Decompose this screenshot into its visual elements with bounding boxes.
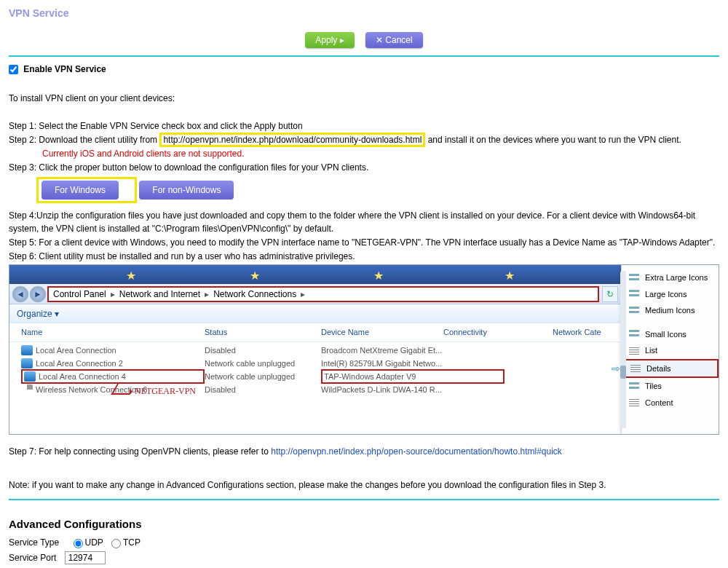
service-type-tcp-radio[interactable] <box>111 539 121 548</box>
table-row[interactable]: Local Area Connection Disabled Broadcom … <box>21 344 719 357</box>
view-details[interactable]: ⇨Details <box>622 359 719 379</box>
network-icon <box>24 371 36 382</box>
explorer-titlebar: ★ ★ ★ ★ <box>9 265 719 284</box>
step6-text: Step 6: Client utility must be installed… <box>9 250 719 263</box>
step4-text: Step 4:Unzip the configuration files you… <box>9 209 719 235</box>
service-type-label: Service Type <box>9 537 59 548</box>
step2-line: Step 2: Download the client utility from… <box>9 133 719 146</box>
view-list[interactable]: List <box>622 342 719 359</box>
enable-vpn-checkbox[interactable] <box>9 65 18 74</box>
nav-forward-button[interactable]: ► <box>30 286 46 302</box>
intro-text: To install VPN client on your client dev… <box>9 92 719 105</box>
service-port-label: Service Port <box>9 553 56 563</box>
divider-top <box>9 55 719 57</box>
apply-button[interactable]: Apply ▸ <box>305 32 354 48</box>
openvpn-download-link[interactable]: http://openvpn.net/index.php/download/co… <box>159 133 425 147</box>
view-menu: Extra Large Icons Large Icons Medium Ico… <box>621 265 719 434</box>
refresh-button[interactable]: ↻ <box>602 286 618 302</box>
netgear-vpn-annotation: NETGEAR-VPN <box>135 384 196 398</box>
service-port-input[interactable] <box>65 551 106 564</box>
view-small[interactable]: Small Icons <box>622 326 719 343</box>
step3-text: Step 3: Click the proper button below to… <box>9 161 719 174</box>
view-extra-large[interactable]: Extra Large Icons <box>622 269 719 286</box>
divider-mid <box>9 499 719 500</box>
advanced-note: Note: if you want to make any change in … <box>9 478 719 492</box>
service-type-udp-radio[interactable] <box>74 539 83 548</box>
step7-line: Step 7: For help connecting using OpenVP… <box>9 445 719 458</box>
for-windows-button[interactable]: For Windows <box>41 181 119 200</box>
check-icon: ⇨ <box>612 361 620 376</box>
cancel-button[interactable]: ✕ Cancel <box>365 32 423 48</box>
view-tiles[interactable]: Tiles <box>622 378 719 395</box>
step5-text: Step 5: For a client device with Windows… <box>9 236 719 249</box>
advanced-heading: Advanced Configurations <box>9 518 719 530</box>
nav-back-button[interactable]: ◄ <box>12 286 28 302</box>
wifi-icon <box>21 384 33 395</box>
breadcrumb[interactable]: Control Panel▸ Network and Internet▸ Net… <box>47 286 599 302</box>
network-icon <box>21 345 33 355</box>
enable-vpn-label: Enable VPN Service <box>23 64 106 74</box>
step1-text: Step 1: Select the Enable VPN Service ch… <box>9 119 719 133</box>
explorer-window: ★ ★ ★ ★ ◄ ► Control Panel▸ Network and I… <box>9 264 719 435</box>
organize-menu[interactable]: Organize ▾ <box>17 307 59 320</box>
column-headers[interactable]: Name Status Device Name Connectivity Net… <box>9 323 719 342</box>
view-content[interactable]: Content <box>622 395 719 411</box>
page-title: VPN Service <box>9 7 719 19</box>
howto-link[interactable]: http://openvpn.net/index.php/open-source… <box>271 446 562 457</box>
view-medium[interactable]: Medium Icons <box>622 302 719 319</box>
network-icon <box>21 358 33 368</box>
view-large[interactable]: Large Icons <box>622 286 719 303</box>
ios-android-note: Currently iOS and Android clients are no… <box>42 147 719 160</box>
for-non-windows-button[interactable]: For non-Windows <box>139 181 234 200</box>
view-slider[interactable] <box>620 271 626 428</box>
